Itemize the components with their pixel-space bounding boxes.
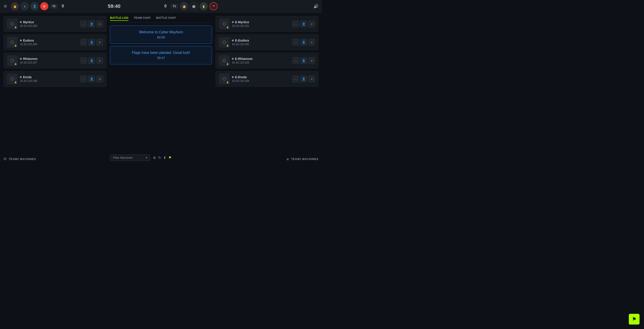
dots-btn-emyrtice[interactable]: ··· bbox=[292, 20, 299, 27]
dots-btn-eeudora[interactable]: ··· bbox=[292, 39, 299, 46]
team2-avatars: 👩 🔺 👤 ⊗ bbox=[11, 2, 48, 10]
tab-battle-chat[interactable]: BATTLE CHAT bbox=[156, 16, 176, 21]
left-panel: ⬡ 🔒 Myrtice 10.10.110.105 ··· 👤 # ⬡ 🔒 bbox=[4, 16, 106, 161]
machine-name-eudora: Eudora bbox=[20, 39, 78, 42]
machine-info-erhiannon: E-Rhiannon 10.10.110.103 bbox=[232, 57, 290, 64]
log-time-flags: 59:47 bbox=[115, 56, 207, 60]
machine-icon-myrtice: ⬡ 🔒 bbox=[7, 18, 18, 29]
avatar-t1-2: ⬤ bbox=[190, 2, 198, 10]
dots-btn-eenola[interactable]: ··· bbox=[292, 75, 299, 82]
machine-ip-eenola: 10.10.110.104 bbox=[232, 79, 290, 82]
machine-ip-eudora: 10.10.110.106 bbox=[20, 43, 78, 46]
tab-team-chat[interactable]: TEAM CHAT bbox=[134, 16, 151, 21]
status-dot bbox=[20, 58, 22, 60]
download-btn[interactable]: ⬇ bbox=[163, 156, 166, 160]
team2-machines-label: 🛡 TEAM2 MACHINES bbox=[4, 156, 106, 161]
lock-icon: 🔒 bbox=[226, 26, 229, 28]
lock-icon: 🔒 bbox=[226, 44, 229, 47]
main-content: ⬡ 🔒 Myrtice 10.10.110.105 ··· 👤 # ⬡ 🔒 bbox=[0, 12, 322, 164]
user-btn-eenola[interactable]: 👤 bbox=[300, 75, 307, 82]
dots-btn-rhiannon[interactable]: ··· bbox=[80, 57, 87, 64]
crosshair-btn[interactable]: ⊕ bbox=[153, 156, 156, 160]
hash-btn-eenola[interactable]: # bbox=[308, 75, 315, 82]
filter-actions: ⊕ ↻ ⬇ ⚑ bbox=[153, 156, 172, 160]
user-btn-myrtice[interactable]: 👤 bbox=[88, 20, 95, 27]
filter-machines-select[interactable]: Filter Machines ▾ bbox=[110, 154, 150, 161]
lock-icon: 🔒 bbox=[14, 81, 17, 83]
score-right: 0 bbox=[162, 4, 169, 8]
machine-name-emyrtice: E-Myrtice bbox=[232, 20, 290, 24]
plug-icon: ⬡ bbox=[10, 76, 14, 81]
user-btn-eudora[interactable]: 👤 bbox=[88, 39, 95, 46]
machine-info-emyrtice: E-Myrtice 10.10.110.101 bbox=[232, 20, 290, 27]
machine-name-enola: Enola bbox=[20, 75, 78, 79]
log-entry-flags: Flags have been planted. Good luck! 59:4… bbox=[110, 46, 212, 64]
avatar-t2-3: 👤 bbox=[30, 2, 38, 10]
machine-ip-emyrtice: 10.10.110.101 bbox=[232, 24, 290, 27]
plug-icon: ⬡ bbox=[222, 21, 226, 26]
machine-ip-myrtice: 10.10.110.105 bbox=[20, 24, 78, 27]
machine-ip-erhiannon: 10.10.110.103 bbox=[232, 61, 290, 64]
plug-icon: ⬡ bbox=[222, 58, 226, 63]
machine-icon-eeudora: ⬡ 🔒 bbox=[219, 37, 230, 48]
machine-actions-erhiannon: ··· 👤 # bbox=[292, 57, 315, 64]
hash-btn-myrtice[interactable]: # bbox=[96, 20, 103, 27]
lock-icon: 🔒 bbox=[14, 26, 17, 28]
user-btn-emyrtice[interactable]: 👤 bbox=[300, 20, 307, 27]
user-btn-eeudora[interactable]: 👤 bbox=[300, 39, 307, 46]
dots-btn-eudora[interactable]: ··· bbox=[80, 39, 87, 46]
machine-card-eeudora: ⬡ 🔒 E-Eudora 10.10.110.102 ··· 👤 # bbox=[216, 34, 318, 50]
hash-btn-enola[interactable]: # bbox=[96, 75, 103, 82]
machine-actions-eenola: ··· 👤 # bbox=[292, 75, 315, 82]
machine-actions-rhiannon: ··· 👤 # bbox=[80, 57, 103, 64]
machine-info-eeudora: E-Eudora 10.10.110.102 bbox=[232, 39, 290, 46]
hash-btn-eeudora[interactable]: # bbox=[308, 39, 315, 46]
lock-icon: 🔒 bbox=[226, 81, 229, 83]
status-dot bbox=[20, 21, 22, 23]
hash-btn-emyrtice[interactable]: # bbox=[308, 20, 315, 27]
hash-btn-eudora[interactable]: # bbox=[96, 39, 103, 46]
dots-btn-enola[interactable]: ··· bbox=[80, 75, 87, 82]
machine-ip-rhiannon: 10.10.110.107 bbox=[20, 61, 78, 64]
log-time-welcome: 60:00 bbox=[115, 35, 207, 39]
status-dot bbox=[232, 76, 234, 78]
machine-ip-enola: 10.10.110.108 bbox=[20, 79, 78, 82]
shield-icon: 🛡 bbox=[4, 157, 7, 161]
log-message-flags: Flags have been planted. Good luck! bbox=[115, 51, 207, 55]
machine-info-eudora: Eudora 10.10.110.106 bbox=[20, 39, 78, 46]
flag-btn-bar[interactable]: ⚑ bbox=[168, 156, 172, 160]
right-panel: ⬡ 🔒 E-Myrtice 10.10.110.101 ··· 👤 # ⬡ 🔒 bbox=[216, 16, 318, 161]
team2-label: T2 bbox=[50, 4, 58, 9]
refresh-btn[interactable]: ↻ bbox=[158, 156, 161, 160]
status-dot bbox=[232, 39, 234, 41]
machine-icon-rhiannon: ⬡ 🔒 bbox=[7, 55, 18, 66]
dots-btn-myrtice[interactable]: ··· bbox=[80, 20, 87, 27]
chat-tabs: BATTLE LOG TEAM CHAT BATTLE CHAT bbox=[110, 16, 212, 23]
user-btn-enola[interactable]: 👤 bbox=[88, 75, 95, 82]
avatar-t1-3: 🐧 bbox=[200, 2, 208, 10]
machine-info-enola: Enola 10.10.110.108 bbox=[20, 75, 78, 82]
volume-icon[interactable]: 🔊 bbox=[314, 4, 318, 9]
machine-info-rhiannon: Rhiannon 10.10.110.107 bbox=[20, 57, 78, 64]
plug-icon: ⬡ bbox=[10, 40, 14, 45]
user-btn-erhiannon[interactable]: 👤 bbox=[300, 57, 307, 64]
center-panel: BATTLE LOG TEAM CHAT BATTLE CHAT Welcome… bbox=[110, 16, 212, 161]
sword-icon: ⚔ bbox=[286, 157, 289, 161]
machine-card-myrtice: ⬡ 🔒 Myrtice 10.10.110.105 ··· 👤 # bbox=[4, 16, 106, 32]
machine-icon-erhiannon: ⬡ 🔒 bbox=[219, 55, 230, 66]
gear-icon[interactable]: ⚙ bbox=[4, 4, 7, 9]
plug-icon: ⬡ bbox=[10, 21, 14, 26]
hash-btn-rhiannon[interactable]: # bbox=[96, 57, 103, 64]
avatar-t2-4: ⊗ bbox=[40, 2, 48, 10]
hash-btn-erhiannon[interactable]: # bbox=[308, 57, 315, 64]
dots-btn-erhiannon[interactable]: ··· bbox=[292, 57, 299, 64]
machine-card-emyrtice: ⬡ 🔒 E-Myrtice 10.10.110.101 ··· 👤 # bbox=[216, 16, 318, 32]
chevron-down-icon: ▾ bbox=[146, 156, 147, 159]
user-btn-rhiannon[interactable]: 👤 bbox=[88, 57, 95, 64]
machine-icon-eudora: ⬡ 🔒 bbox=[7, 37, 18, 48]
tab-battle-log[interactable]: BATTLE LOG bbox=[110, 16, 128, 21]
lock-icon: 🔒 bbox=[14, 63, 17, 65]
avatar-t2-1: 👩 bbox=[11, 2, 19, 10]
score-left: 0 bbox=[60, 4, 66, 8]
machine-info-eenola: E-Enola 10.10.110.104 bbox=[232, 75, 290, 82]
